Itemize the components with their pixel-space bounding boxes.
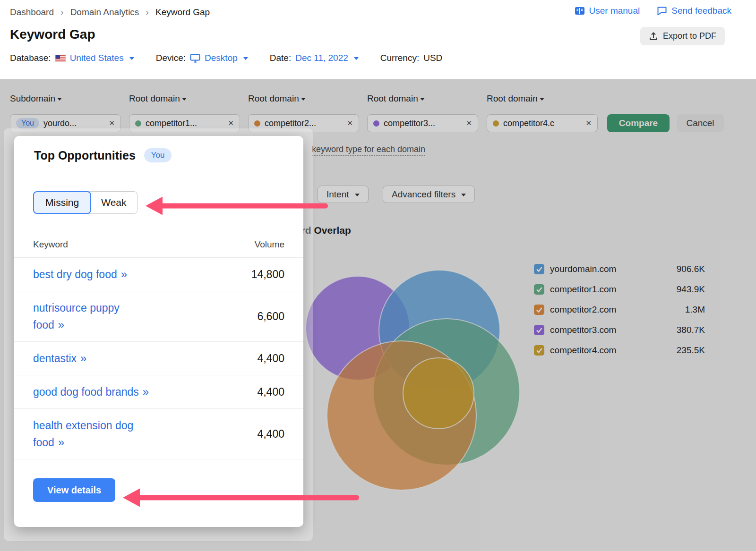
device-value: Desktop: [205, 53, 238, 63]
chevron-down-icon: [129, 57, 134, 60]
send-feedback-link[interactable]: Send feedback: [657, 6, 731, 16]
us-flag-icon: [55, 55, 66, 62]
double-chevron-icon: »: [143, 385, 149, 398]
double-chevron-icon: »: [80, 352, 86, 365]
currency-label: Currency:: [380, 53, 419, 63]
device-selector[interactable]: Device: Desktop: [156, 53, 248, 63]
keyword-link[interactable]: nutrisource puppy food»: [33, 299, 146, 333]
feedback-bubble-icon: [657, 6, 667, 16]
volume-column-header: Volume: [255, 239, 284, 250]
currency-value: USD: [423, 53, 442, 63]
breadcrumb-dashboard[interactable]: Dashboard: [10, 7, 54, 17]
you-badge: You: [144, 148, 172, 162]
opportunity-row: good dog food brands» 4,400: [14, 375, 303, 409]
keyword-column-header: Keyword: [33, 239, 68, 250]
opportunity-row: best dry dog food» 14,800: [14, 258, 303, 291]
chevron-right-icon: ›: [60, 7, 64, 17]
missing-tab[interactable]: Missing: [33, 191, 91, 214]
keyword-gap-page: Dashboard › Domain Analytics › Keyword G…: [0, 0, 756, 551]
keyword-volume: 4,400: [257, 428, 284, 441]
opportunity-row: nutrisource puppy food» 6,600: [14, 291, 303, 342]
keyword-link[interactable]: good dog food brands»: [33, 383, 149, 400]
date-value: Dec 11, 2022: [295, 53, 348, 63]
page-title: Keyword Gap: [10, 27, 95, 42]
book-icon: [575, 6, 585, 16]
export-icon: [649, 32, 658, 41]
double-chevron-icon: »: [58, 318, 64, 331]
missing-weak-toggle: Missing Weak: [33, 191, 137, 214]
export-pdf-label: Export to PDF: [663, 31, 716, 41]
double-chevron-icon: »: [58, 436, 64, 449]
user-manual-label: User manual: [589, 6, 640, 16]
chevron-down-icon: [243, 57, 248, 60]
breadcrumb-current: Keyword Gap: [155, 7, 210, 17]
report-settings-bar: Database: United States Device: Desktop …: [10, 53, 442, 63]
date-selector[interactable]: Date: Dec 11, 2022: [270, 53, 359, 63]
keyword-volume: 4,400: [257, 352, 284, 365]
opportunity-row: dentastix» 4,400: [14, 342, 303, 375]
arrow-to-missing-weak-toggle: [142, 194, 331, 218]
export-pdf-button[interactable]: Export to PDF: [640, 27, 725, 45]
arrow-to-view-details-button: [119, 485, 365, 510]
database-selector[interactable]: Database: United States: [10, 53, 134, 63]
user-manual-link[interactable]: User manual: [575, 6, 640, 16]
keyword-link[interactable]: health extension dog food»: [33, 417, 146, 451]
database-label: Database:: [10, 53, 51, 63]
modal-header: Top Opportunities You: [14, 136, 303, 173]
chevron-right-icon: ›: [146, 7, 149, 17]
header-links: User manual Send feedback: [575, 6, 731, 16]
desktop-icon: [190, 54, 200, 63]
view-details-button[interactable]: View details: [33, 478, 115, 502]
keyword-link[interactable]: best dry dog food»: [33, 266, 127, 283]
keyword-link[interactable]: dentastix»: [33, 350, 86, 367]
weak-tab[interactable]: Weak: [88, 191, 137, 214]
chevron-down-icon: [354, 57, 359, 60]
device-label: Device:: [156, 53, 186, 63]
opportunity-row: health extension dog food» 4,400: [14, 409, 303, 459]
breadcrumb: Dashboard › Domain Analytics › Keyword G…: [10, 7, 210, 17]
keyword-volume: 14,800: [251, 268, 284, 281]
send-feedback-label: Send feedback: [671, 6, 731, 16]
modal-title: Top Opportunities: [34, 149, 136, 162]
database-value: United States: [70, 53, 124, 63]
breadcrumb-domain-analytics[interactable]: Domain Analytics: [70, 7, 139, 17]
keyword-volume: 6,600: [257, 310, 284, 323]
double-chevron-icon: »: [121, 268, 127, 280]
date-label: Date:: [270, 53, 291, 63]
currency-display: Currency: USD: [380, 53, 442, 63]
opportunities-table-header: Keyword Volume: [14, 239, 303, 258]
opportunities-table: best dry dog food» 14,800 nutrisource pu…: [14, 258, 303, 459]
page-header: Dashboard › Domain Analytics › Keyword G…: [0, 0, 756, 79]
keyword-volume: 4,400: [257, 386, 284, 398]
